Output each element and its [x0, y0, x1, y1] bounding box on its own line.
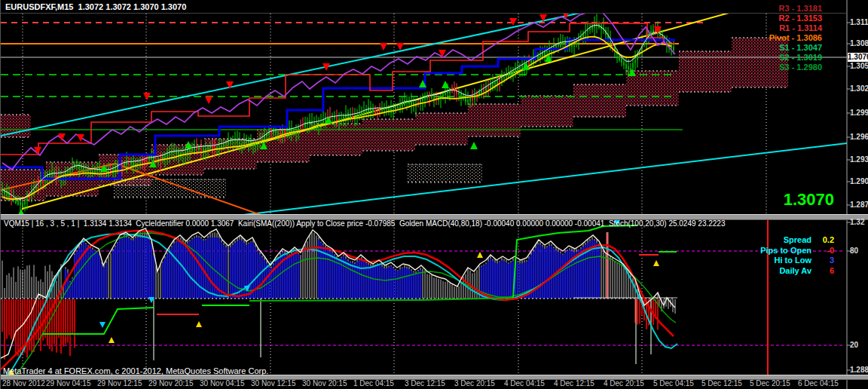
info-row: Spread0.2 — [760, 235, 834, 246]
price-info-panel: 1.3070 Spread0.2Pips to Open-0Hi to Low3… — [760, 164, 834, 303]
time-axis-label: 6 Dec 04:15 — [798, 379, 839, 387]
time-axis-label: 30 Nov 12:15 — [251, 379, 296, 387]
time-axis-label: 28 Nov 2012 — [2, 379, 45, 387]
time-axis-label: 29 Nov 20:15 — [148, 379, 194, 387]
time-axis-label: 3 Dec 12:15 — [405, 379, 445, 387]
time-axis-label: 5 Dec 04:15 — [653, 379, 694, 387]
copyright-text: MetaTrader 4 at FOREX.com, c 2001-2012, … — [3, 366, 268, 375]
price-tick-label: 1.2905 — [850, 177, 868, 185]
current-price-box: 1.3070 — [848, 53, 868, 62]
current-price-readout: 1.3070 — [760, 191, 834, 208]
time-axis-label: 4 Dec 04:15 — [504, 379, 545, 387]
price-tick-label: 1.2875 — [850, 201, 868, 209]
info-value: -0 — [811, 246, 834, 256]
time-axis-label: 5 Dec 12:15 — [701, 379, 742, 387]
pivot-level-label: S1 - 1.3047 — [769, 43, 822, 53]
info-row: Pips to Open-0 — [760, 246, 834, 256]
time-axis-label: 1 Dec 04:15 — [353, 379, 394, 387]
price-tick-label: 1.2965 — [850, 133, 868, 141]
time-axis-label: 29 Nov 04:15 — [46, 379, 91, 387]
price-tick-label: 1.3085 — [850, 39, 868, 47]
time-axis-label: 30 Nov 20:15 — [302, 379, 347, 387]
price-tick-label: 1.3025 — [850, 84, 868, 93]
pivot-level-label: R2 - 1.3153 — [769, 14, 822, 23]
time-axis-label: 5 Dec 20:15 — [750, 379, 790, 387]
info-value: 6 — [811, 266, 834, 277]
price-tick-label: 1.3055 — [850, 62, 868, 70]
price-info-rows: Spread0.2Pips to Open-0Hi to Low3Daily A… — [760, 235, 834, 276]
pivot-level-label: R3 - 1.3181 — [769, 4, 822, 14]
info-row: Daily Av6 — [760, 266, 834, 277]
pivot-level-label: S2 - 1.3019 — [769, 53, 822, 63]
oscillator-tick-label: 20 — [850, 341, 858, 349]
price-tick-label: 1.3115 — [850, 18, 868, 26]
price-tick-label: 1.2995 — [850, 109, 868, 117]
price-tick-label: 1.2935 — [850, 155, 868, 164]
oscillator-tick-label: 1.288 — [850, 366, 868, 374]
info-label: Spread — [784, 235, 811, 244]
mt4-chart-window: EURUSDFXF,M15 1.3072 1.3072 1.3070 1.307… — [0, 0, 868, 389]
info-row: Hi to Low3 — [760, 256, 834, 266]
info-label: Daily Av — [779, 266, 811, 275]
chart-canvas[interactable] — [1, 0, 868, 389]
time-axis-label: 4 Dec 20:15 — [604, 379, 644, 387]
pivot-levels-stack: R3 - 1.3181R2 - 1.3153R1 - 1.3114Pivot -… — [769, 4, 822, 72]
pivot-level-label: S3 - 1.2980 — [769, 63, 822, 72]
time-axis-label: 30 Nov 04:15 — [200, 379, 245, 387]
time-axis-label: 29 Nov 12:15 — [97, 379, 142, 387]
time-axis-label: 3 Dec 20:15 — [454, 379, 495, 387]
info-label: Hi to Low — [775, 256, 812, 265]
time-axis-label: 4 Dec 12:15 — [554, 379, 594, 387]
info-value: 0.2 — [811, 235, 834, 246]
oscillator-tick-label: 1.32 — [850, 218, 864, 226]
pivot-level-label: Pivot - 1.3086 — [769, 33, 822, 43]
info-value: 3 — [811, 256, 834, 266]
chart-title: EURUSDFXF,M15 1.3072 1.3072 1.3070 1.307… — [5, 2, 186, 11]
pivot-level-label: R1 - 1.3114 — [769, 23, 822, 33]
indicator-header: VQM15 | 16 , 3 , 5 , 1 | 1.3134 1.3134 C… — [4, 219, 725, 228]
oscillator-tick-label: 80 — [850, 247, 858, 255]
info-label: Pips to Open — [760, 246, 811, 255]
